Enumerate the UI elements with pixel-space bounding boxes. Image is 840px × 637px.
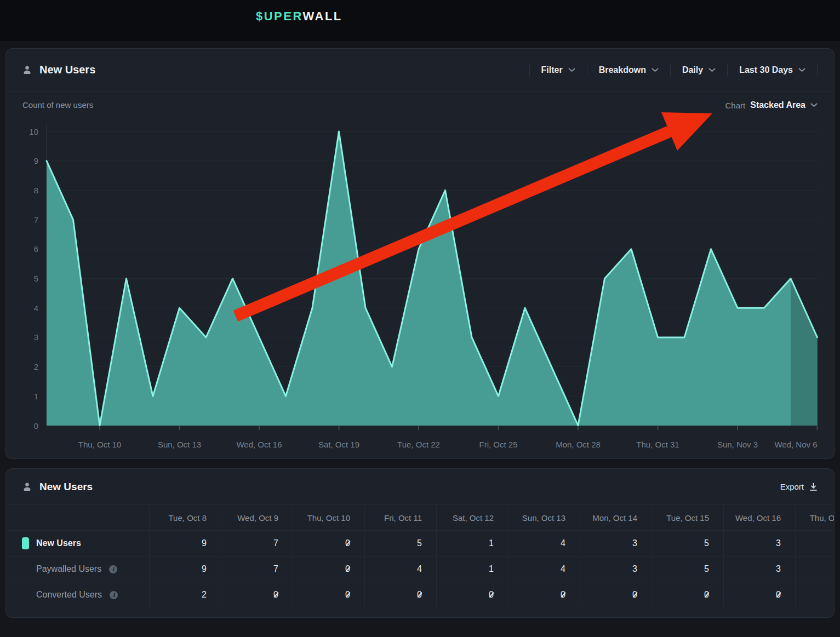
svg-text:7: 7 (34, 215, 38, 225)
interval-dropdown[interactable]: Daily (671, 65, 727, 75)
user-icon (22, 482, 32, 491)
svg-text:5: 5 (34, 274, 38, 283)
row-label-text: Converted Users (36, 590, 102, 600)
series-swatch (22, 537, 29, 549)
page-title: New Users (39, 64, 95, 76)
svg-text:Sun, Oct 13: Sun, Oct 13 (158, 440, 201, 449)
table-card-title: New Users (22, 481, 93, 493)
svg-text:Thu, Oct 31: Thu, Oct 31 (636, 440, 679, 449)
logo-suffix: WALL (302, 9, 342, 23)
new-users-area-chart[interactable]: 012345678910Thu, Oct 10Sun, Oct 13Wed, O… (6, 91, 834, 458)
download-icon (809, 483, 818, 491)
value-cell: 0 (436, 582, 508, 607)
svg-text:1: 1 (34, 392, 38, 401)
column-header: Fri, Oct 11 (364, 504, 436, 530)
column-header: Wed, Oct 9 (221, 504, 293, 530)
chevron-down-icon (652, 68, 659, 72)
value-cell: 0 (652, 582, 723, 607)
value-cell: 2 (149, 582, 221, 607)
svg-text:0: 0 (34, 421, 38, 431)
svg-text:Thu, Oct 10: Thu, Oct 10 (78, 440, 121, 449)
zero-value: 0 (345, 538, 350, 548)
value-cell: 5 (652, 530, 723, 556)
svg-text:Sat, Oct 19: Sat, Oct 19 (318, 440, 359, 449)
column-header: Thu, Oct 10 (293, 504, 364, 530)
row-label-text: Paywalled Users (36, 564, 101, 574)
new-users-data-table: Tue, Oct 8Wed, Oct 9Thu, Oct 10Fri, Oct … (6, 504, 835, 607)
value-cell: 1 (436, 556, 508, 582)
zero-value: 0 (417, 590, 422, 600)
table-title-text: New Users (39, 481, 93, 493)
zero-value: 0 (345, 564, 350, 574)
user-icon (22, 65, 32, 74)
divider (817, 65, 818, 76)
svg-text:10: 10 (29, 127, 38, 136)
column-header: Tue, Oct 8 (149, 504, 221, 530)
value-cell: 4 (364, 556, 436, 582)
chevron-down-icon (708, 68, 716, 72)
value-cell: 3 (580, 530, 652, 556)
svg-text:3: 3 (34, 332, 38, 342)
value-cell: 5 (364, 530, 436, 556)
value-cell: 9 (149, 556, 221, 582)
zero-value: 0 (273, 590, 278, 600)
value-cell: 0 (293, 582, 364, 607)
value-cell: 0 (723, 582, 795, 607)
date-range-dropdown[interactable]: Last 30 Days (728, 65, 817, 75)
value-cell (795, 530, 835, 556)
info-icon[interactable]: i (110, 591, 118, 599)
svg-text:Sun, Nov 3: Sun, Nov 3 (717, 440, 758, 449)
chart-subtitle: Count of new users (22, 100, 93, 110)
value-cell: 9 (149, 530, 221, 556)
value-cell: 0 (293, 556, 364, 582)
value-cell: 5 (652, 556, 723, 582)
new-users-chart-card: New Users Filter Breakdown Daily Last 30… (5, 48, 835, 459)
filter-bar: Filter Breakdown Daily Last 30 Days (529, 65, 818, 76)
chevron-down-icon (798, 68, 805, 72)
chevron-down-icon (568, 68, 575, 72)
value-cell: 1 (436, 530, 508, 556)
value-cell: 7 (221, 556, 293, 582)
breakdown-dropdown[interactable]: Breakdown (587, 65, 670, 75)
svg-text:9: 9 (34, 156, 38, 165)
svg-text:Wed, Oct 16: Wed, Oct 16 (236, 440, 282, 449)
value-cell: 0 (221, 582, 293, 607)
value-cell: 3 (723, 556, 795, 582)
zero-value: 0 (489, 590, 494, 600)
value-cell: 0 (293, 530, 364, 556)
chart-card-header: New Users Filter Breakdown Daily Last 30… (6, 49, 834, 91)
svg-text:Mon, Oct 28: Mon, Oct 28 (556, 440, 601, 449)
superwall-logo[interactable]: $UPERWALL (256, 9, 342, 24)
export-button[interactable]: Export (780, 482, 818, 491)
svg-text:Tue, Oct 22: Tue, Oct 22 (397, 440, 440, 449)
row-label: Converted Usersi (6, 582, 149, 607)
column-header: Wed, Oct 16 (723, 504, 795, 530)
column-header: Thu, Oct 17 (795, 504, 835, 530)
chart-type-selector[interactable]: Chart Stacked Area (725, 100, 818, 110)
filter-dropdown[interactable]: Filter (530, 65, 587, 75)
x-axis-labels: Thu, Oct 10Sun, Oct 13Wed, Oct 16Sat, Oc… (78, 426, 818, 449)
y-axis-labels: 012345678910 (29, 127, 38, 431)
zero-value: 0 (345, 590, 350, 600)
value-cell: 4 (508, 556, 580, 582)
svg-text:Wed, Nov 6: Wed, Nov 6 (774, 440, 817, 449)
value-cell: 0 (508, 582, 580, 607)
column-header: Sun, Oct 13 (508, 504, 580, 530)
info-icon[interactable]: i (109, 565, 117, 573)
table-card-header: New Users Export (6, 469, 834, 504)
column-header: Sat, Oct 12 (436, 504, 508, 530)
value-cell: 0 (364, 582, 436, 607)
svg-text:8: 8 (34, 186, 38, 195)
table-corner-cell (6, 504, 149, 530)
chart-type-value: Stacked Area (750, 100, 805, 110)
chevron-down-icon (810, 103, 818, 107)
new-users-table-card: New Users Export Tue, Oct 8Wed, Oct 9Thu… (5, 468, 835, 618)
svg-text:2: 2 (34, 362, 38, 371)
value-cell (795, 582, 835, 607)
zero-value: 0 (776, 590, 781, 600)
value-cell: 3 (723, 530, 795, 556)
chart-card-title: New Users (22, 64, 95, 76)
svg-text:4: 4 (34, 303, 38, 313)
chart-type-label: Chart (725, 101, 746, 110)
area-fill-partial-day (791, 279, 818, 426)
